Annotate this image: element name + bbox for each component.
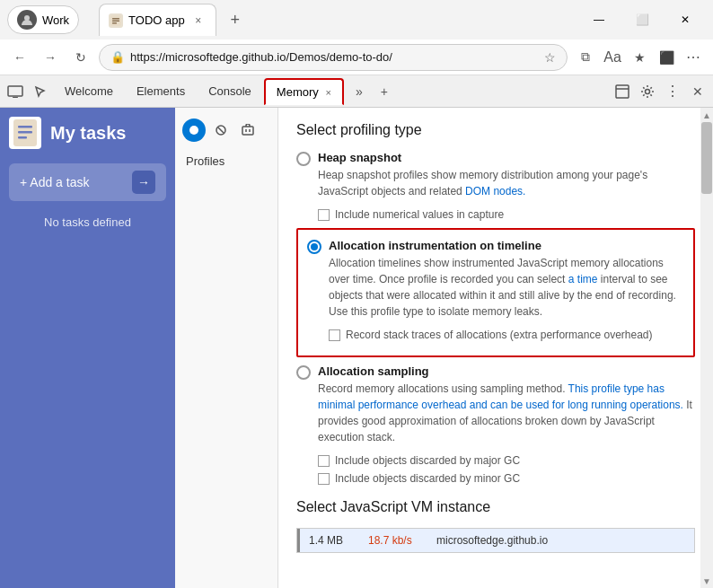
title-bar: Work TODO app × + — ⬜ ✕ <box>0 0 713 39</box>
favorites-icon[interactable]: ★ <box>627 45 652 70</box>
maximize-button[interactable]: ⬜ <box>621 6 663 33</box>
sampling-radio[interactable] <box>296 365 311 380</box>
lock-icon: 🔒 <box>110 50 125 64</box>
svg-rect-12 <box>18 131 32 134</box>
allocation-content: Allocation instrumentation on timeline A… <box>329 239 684 320</box>
scroll-up-button[interactable]: ▲ <box>700 108 713 122</box>
js-instance-row[interactable]: 1.4 MB 18.7 kb/s microsoftedge.github.io <box>297 529 694 552</box>
tab-elements[interactable]: Elements <box>126 79 196 103</box>
tab-label: TODO app <box>128 13 185 27</box>
devtools-tab-bar: Welcome Elements Console Memory × » + ⋮ … <box>0 75 713 108</box>
profiles-sidebar-item[interactable]: Profiles <box>175 149 277 173</box>
js-memory-value: 1.4 MB <box>309 534 354 547</box>
numerical-values-row: Include numerical values in capture <box>318 208 695 221</box>
svg-rect-5 <box>8 86 22 96</box>
svg-point-14 <box>189 126 198 135</box>
major-gc-checkbox[interactable] <box>318 455 330 467</box>
sampling-desc-link[interactable]: This profile type has minimal performanc… <box>318 382 683 411</box>
record-button[interactable] <box>182 118 206 142</box>
memory-tab-close[interactable]: × <box>325 87 330 98</box>
scroll-down-button[interactable]: ▼ <box>700 574 713 588</box>
url-box[interactable]: 🔒 https://microsoftedge.github.io/Demos/… <box>99 44 568 71</box>
svg-rect-7 <box>616 85 629 98</box>
minor-gc-row: Include objects discarded by minor GC <box>318 472 695 485</box>
main-area: My tasks + Add a task → No tasks defined… <box>0 108 713 588</box>
devtools-more-icon[interactable]: ⋮ <box>661 80 684 103</box>
sampling-desc: Record memory allocations using sampling… <box>318 381 695 445</box>
minimize-button[interactable]: — <box>578 6 620 33</box>
close-button[interactable]: ✕ <box>665 6 706 33</box>
sampling-content: Allocation sampling Record memory alloca… <box>318 364 695 445</box>
devtools-main-content: Select profiling type Heap snapshot Heap… <box>278 108 713 588</box>
collections-icon[interactable]: ⬛ <box>654 45 679 70</box>
numerical-values-checkbox[interactable] <box>318 209 330 221</box>
back-button[interactable]: ← <box>7 45 32 70</box>
svg-rect-6 <box>13 97 18 98</box>
url-actions: ☆ <box>544 50 556 65</box>
browser-settings-icon[interactable]: Aa <box>600 45 625 70</box>
profiling-section-title: Select profiling type <box>296 122 695 138</box>
numerical-values-label: Include numerical values in capture <box>335 208 504 221</box>
heap-radio[interactable] <box>296 152 311 166</box>
dock-icon[interactable] <box>611 80 634 103</box>
sampling-option: Allocation sampling Record memory alloca… <box>296 364 695 445</box>
allocation-radio[interactable] <box>307 240 321 254</box>
inspect-element-icon[interactable] <box>29 80 52 103</box>
devtools-toolbar <box>175 115 277 149</box>
profile-label: Work <box>42 13 69 27</box>
dom-nodes-link[interactable]: DOM nodes. <box>465 185 525 197</box>
tab-memory[interactable]: Memory × <box>264 78 344 105</box>
add-task-button[interactable]: + Add a task → <box>9 163 166 201</box>
heap-content: Heap snapshot Heap snapshot profiles sho… <box>318 151 695 199</box>
add-task-label: + Add a task <box>20 175 89 189</box>
major-gc-label: Include objects discarded by major GC <box>335 454 520 467</box>
major-gc-row: Include objects discarded by major GC <box>318 454 695 467</box>
allocation-title: Allocation instrumentation on timeline <box>329 239 684 252</box>
sampling-title: Allocation sampling <box>318 364 695 378</box>
devtools-close-icon[interactable]: ✕ <box>686 80 709 103</box>
settings-icon[interactable] <box>636 80 659 103</box>
tab-close-button[interactable]: × <box>190 13 207 29</box>
star-icon[interactable]: ☆ <box>544 50 556 65</box>
tab-console[interactable]: Console <box>198 79 262 103</box>
app-title-area: My tasks <box>9 117 166 149</box>
app-icon <box>9 117 41 149</box>
app-name: My tasks <box>50 123 127 144</box>
js-vm-section-title: Select JavaScript VM instance <box>296 499 695 515</box>
add-tab-button[interactable]: + <box>373 80 396 103</box>
js-instance-table: 1.4 MB 18.7 kb/s microsoftedge.github.io <box>296 528 695 553</box>
svg-rect-4 <box>112 22 117 24</box>
browser-tab[interactable]: TODO app × <box>99 4 216 36</box>
allocation-desc: Allocation timelines show instrumented J… <box>329 255 684 320</box>
heap-snapshot-option: Heap snapshot Heap snapshot profiles sho… <box>296 151 695 199</box>
record-stack-label: Record stack traces of allocations (extr… <box>346 329 653 341</box>
scroll-track <box>700 122 713 574</box>
svg-rect-13 <box>18 136 27 139</box>
heap-desc: Heap snapshot profiles show memory distr… <box>318 167 695 199</box>
split-view-icon[interactable]: ⧉ <box>573 45 598 70</box>
devtools-right-actions: ⋮ ✕ <box>611 80 709 103</box>
forward-button[interactable]: → <box>38 45 63 70</box>
time-link[interactable]: a time <box>568 273 598 285</box>
refresh-button[interactable]: ↻ <box>68 45 93 70</box>
url-text: https://microsoftedge.github.io/Demos/de… <box>130 50 539 64</box>
clear-button[interactable] <box>236 118 260 142</box>
scrollbar[interactable]: ▲ ▼ <box>700 108 713 588</box>
tab-welcome[interactable]: Welcome <box>54 79 124 103</box>
address-bar: ← → ↻ 🔒 https://microsoftedge.github.io/… <box>0 39 713 75</box>
more-tabs-button[interactable]: » <box>348 80 371 103</box>
more-icon[interactable]: ⋯ <box>681 45 706 70</box>
window-controls: — ⬜ ✕ <box>578 6 706 33</box>
profile-button[interactable]: Work <box>7 5 79 34</box>
svg-rect-2 <box>112 18 119 20</box>
record-stack-checkbox[interactable] <box>329 329 340 341</box>
app-sidebar: My tasks + Add a task → No tasks defined <box>0 108 175 588</box>
minor-gc-label: Include objects discarded by minor GC <box>335 472 520 485</box>
heap-title: Heap snapshot <box>318 151 695 164</box>
new-tab-button[interactable]: + <box>222 6 249 33</box>
js-rate-value: 18.7 kb/s <box>368 534 422 547</box>
stop-button[interactable] <box>209 118 233 142</box>
minor-gc-checkbox[interactable] <box>318 473 330 485</box>
device-toolbar-icon[interactable] <box>4 80 27 103</box>
scroll-thumb[interactable] <box>701 122 712 194</box>
